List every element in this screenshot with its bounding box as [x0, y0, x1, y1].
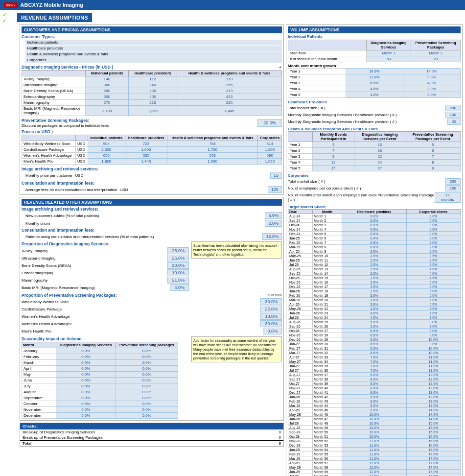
diag-val-mri-hc[interactable]: 1,360 — [129, 106, 177, 116]
target-row-jun-29: Jun-29 Month 59 12.0% 17.0% — [288, 470, 461, 474]
prop-prev-whole-val[interactable]: 30.0% — [260, 298, 282, 305]
prev-discount-val[interactable]: 20.0% — [257, 119, 282, 127]
price-mens-ind[interactable]: 1,800 — [88, 159, 125, 165]
diag-row-bone: Bone Density Scans (DEXA) 250 200 213 — [22, 88, 282, 94]
diag-name-ultrasound: Ultrasound Imaging — [22, 82, 86, 88]
season-row-november: November 5.0% 5.0% — [22, 407, 178, 413]
price-currency-0: USD — [76, 141, 88, 147]
target-row-nov-28: Nov-28 Month 52 11.0% 16.0% — [288, 439, 461, 443]
price-womens-corp[interactable]: 590 — [258, 153, 282, 159]
price-wholebody-hc[interactable]: 723 — [125, 141, 167, 147]
diag-val-bone-hw[interactable]: 213 — [177, 88, 282, 94]
prop-diag-xray-val[interactable]: 25.0% — [167, 247, 189, 254]
app-title: ABCXYZ Mobile Imaging — [21, 2, 83, 8]
new-customers-val[interactable]: 6.0% — [265, 212, 282, 219]
diag-val-mri-hw[interactable]: 1,445 — [177, 106, 282, 116]
price-wholebody-corp[interactable]: 814 — [258, 141, 282, 147]
target-row-oct-24: Oct-24 Month 3 0.0% 0.0% — [288, 223, 461, 227]
new-customers-label: New customers added (% of total patients… — [25, 214, 99, 218]
diag-val-ultrasound-hc[interactable]: 240 — [129, 82, 177, 88]
diag-col-hwpef: Health & wellness programs and events & … — [177, 71, 282, 76]
diag-val-mri-ind[interactable]: 1,700 — [86, 106, 129, 116]
price-mens-hw[interactable]: 1,530 — [167, 159, 258, 165]
diag-val-ultrasound-ind[interactable]: 300 — [86, 82, 129, 88]
season-row-april: April 0.0% 0.0% — [22, 366, 178, 372]
corp-employees-label: No. of employees per corporate client ( … — [288, 186, 361, 190]
diag-val-echo-hc[interactable]: 400 — [129, 94, 177, 100]
target-row-nov-26: Nov-26 Month 28 6.0% 9.0% — [288, 333, 461, 337]
corp-months-val[interactable]: 12 months — [435, 192, 461, 203]
price-womens-hw[interactable]: 558 — [167, 153, 258, 159]
prop-prev-cardio-val[interactable]: 22.0% — [260, 306, 282, 312]
prop-prev-mens-val[interactable]: 0.0% — [263, 328, 282, 334]
price-cardio-hc[interactable]: 1,600 — [125, 147, 167, 153]
customer-type-corporates: Corporates — [25, 57, 282, 63]
diag-val-echo-ind[interactable]: 500 — [86, 94, 129, 100]
hw-col-prev: Preventative Screening Packages per Even… — [405, 132, 461, 142]
index-button[interactable]: Index — [4, 2, 18, 8]
diag-val-mammo-ind[interactable]: 270 — [86, 100, 129, 106]
patients-consult-val[interactable]: 16.0% — [262, 233, 282, 240]
start-from-prev[interactable]: Month 1 — [411, 50, 461, 56]
target-row-nov-25: Nov-25 Month 16 2.5% 5.0% — [288, 280, 461, 285]
start-from-diag[interactable]: Month 1 — [367, 50, 411, 56]
diag-row-ultrasound: Ultrasound Imaging 300 240 255 — [22, 82, 282, 88]
price-mens-corp[interactable]: 1,620 — [258, 159, 282, 165]
left-panel: CUSTOMERS AND PRICING ASSUMPTIONS Custom… — [20, 24, 284, 476]
price-mens-hc[interactable]: 1,440 — [125, 159, 167, 165]
prop-diag-mammo-val[interactable]: 21.0% — [167, 277, 189, 284]
diag-val-mammo-hw[interactable]: 230 — [177, 100, 282, 106]
monthly-diag-val[interactable]: 100 — [445, 112, 461, 118]
monthly-prev-val[interactable]: 25 — [447, 119, 461, 125]
diag-name-echo: Echocardiography — [22, 94, 86, 100]
diag-val-bone-ind[interactable]: 250 — [86, 88, 129, 94]
scans-initial-prev[interactable]: 20 — [411, 56, 461, 62]
diag-val-xray-hc[interactable]: 112 — [129, 76, 177, 82]
scans-initial-diag[interactable]: 50 — [367, 56, 411, 62]
price-womens-hc[interactable]: 525 — [125, 153, 167, 159]
target-row-may-25: May-25 Month 10 2.5% 3.5% — [288, 254, 461, 258]
target-table: Date Month Healthcare providers Corporat… — [288, 209, 461, 476]
price-cardio-corp[interactable]: 1,800 — [258, 147, 282, 153]
diag-val-xray-ind[interactable]: 140 — [86, 76, 129, 82]
price-name-mens: Men's Health Pro — [22, 159, 76, 165]
target-row-dec-24: Dec-24 Month 5 0.0% 0.0% — [288, 232, 461, 236]
corp-employees-val[interactable]: 150 — [445, 185, 461, 191]
prop-diag-row-mri: Basic MRI (Magnetic Resonance Imaging) 4… — [22, 284, 189, 291]
prop-diag-bone-val[interactable]: 20.0% — [167, 262, 189, 269]
diag-val-ultrasound-hw[interactable]: 255 — [177, 82, 282, 88]
prop-diag-row-xray: X-Ray Imaging 25.0% — [22, 247, 189, 254]
target-row-jan-26: Jan-26 Month 18 2.5% 5.0% — [288, 289, 461, 293]
price-cardio-hw[interactable]: 1,700 — [167, 147, 258, 153]
monthly-churn-val[interactable]: 2.0% — [265, 220, 282, 227]
total-market-val[interactable]: 200 — [445, 105, 461, 111]
prop-prev-womens-val[interactable]: 18.0% — [260, 313, 282, 320]
prices-table: Individual patients Healthcare providers… — [22, 135, 282, 165]
tooltip-trigger-diag[interactable]: ▲ — [279, 65, 282, 69]
price-wholebody-ind[interactable]: 904 — [88, 141, 125, 147]
prop-diag-ultrasound-val[interactable]: 25.0% — [167, 255, 189, 262]
diag-name-mammo: Mammography — [22, 100, 86, 106]
prop-diag-mri-val[interactable]: 4.0% — [170, 284, 189, 291]
monthly-price-val[interactable]: 15 — [270, 172, 282, 179]
diag-val-echo-hw[interactable]: 425 — [177, 94, 282, 100]
prop-prev-row-whole: WholeBody Wellness Scan 30.0% — [22, 298, 282, 305]
prop-diag-row-ultrasound: Ultrasound Imaging 25.0% — [22, 255, 189, 262]
price-womens-ind[interactable]: 656 — [88, 153, 125, 159]
target-row-mar-28: Mar-28 Month 44 9.0% 14.0% — [288, 404, 461, 408]
hw-row-year 1: Year 1 3 15 5 — [288, 142, 461, 148]
diag-val-mammo-hc[interactable]: 216 — [129, 100, 177, 106]
prop-diag-echo-val[interactable]: 10.0% — [167, 269, 189, 276]
price-wholebody-hw[interactable]: 768 — [167, 141, 258, 147]
hw-row-year 2: Year 2 7 18 6 — [288, 148, 461, 154]
check-row-2: Total0 — [20, 440, 283, 446]
avg-fees-val[interactable]: 125 — [268, 186, 282, 193]
prop-prev-womens2-val[interactable]: 30.0% — [260, 320, 282, 327]
corp-market-val[interactable]: 300 — [445, 178, 461, 185]
diag-val-xray-hw[interactable]: 119 — [177, 76, 282, 82]
diag-val-bone-hc[interactable]: 200 — [129, 88, 177, 94]
mom-row-year5: Year 5 4.0% 3.0% — [288, 92, 461, 98]
target-row-mar-25: Mar-25 Month 8 0.8% 2.0% — [288, 245, 461, 249]
mom-table: Year 1 16.0% 14.0% Year 2 11.0% 9.0% Yea… — [288, 68, 461, 98]
price-cardio-ind[interactable]: 2,000 — [88, 147, 125, 153]
